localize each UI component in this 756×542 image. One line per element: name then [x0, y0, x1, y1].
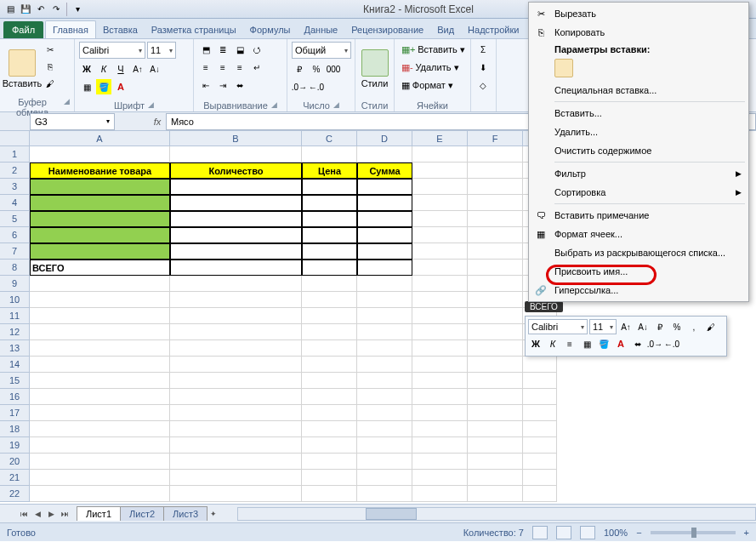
cell[interactable]	[30, 357, 170, 373]
column-header[interactable]: B	[170, 131, 302, 146]
percent-button[interactable]: %	[309, 61, 324, 77]
ctx-copy[interactable]: ⎘Копировать	[531, 23, 747, 42]
zoom-out-button[interactable]: −	[636, 528, 641, 538]
cell[interactable]	[170, 454, 302, 470]
decrease-indent-button[interactable]: ⇤	[198, 77, 213, 93]
cell[interactable]	[302, 421, 357, 437]
cell[interactable]	[30, 389, 170, 405]
italic-button[interactable]: К	[96, 61, 111, 77]
cell[interactable]	[30, 470, 170, 486]
border-button[interactable]: ▦	[79, 79, 94, 94]
cell[interactable]	[357, 243, 412, 260]
cell[interactable]	[170, 373, 302, 389]
increase-decimal-button[interactable]: .0→	[292, 79, 307, 94]
row-header[interactable]: 6	[0, 227, 30, 243]
mini-font-combo[interactable]: Calibri▾	[528, 319, 588, 334]
align-left-button[interactable]: ≡	[198, 60, 213, 75]
cell[interactable]	[302, 340, 357, 357]
comma-button[interactable]: 000	[326, 61, 341, 77]
cell[interactable]: Цена	[302, 163, 357, 179]
tab-home[interactable]: Главная	[45, 20, 96, 38]
autosum-button[interactable]: Σ	[475, 42, 491, 57]
cut-button[interactable]: ✂	[43, 42, 58, 57]
tab-view[interactable]: Вид	[430, 21, 461, 38]
mini-fill-color[interactable]: 🪣	[596, 336, 611, 351]
font-dialog-icon[interactable]: ◢	[148, 100, 154, 111]
ctx-hyperlink[interactable]: 🔗Гиперссылка...	[531, 281, 747, 300]
fill-color-button[interactable]: 🪣	[96, 79, 111, 94]
cell[interactable]	[357, 179, 412, 195]
ctx-delete[interactable]: Удалить...	[531, 123, 747, 141]
cell[interactable]	[357, 146, 412, 163]
ctx-paste-special[interactable]: Специальная вставка...	[531, 81, 747, 100]
cell[interactable]	[30, 179, 170, 195]
mini-format-painter[interactable]: 🖌	[703, 319, 719, 334]
cell[interactable]	[170, 340, 302, 357]
cell[interactable]	[412, 470, 468, 486]
ctx-pick-from-list[interactable]: Выбрать из раскрывающегося списка...	[531, 243, 747, 262]
cell[interactable]: ВСЕГО	[30, 260, 170, 276]
cell[interactable]	[302, 276, 357, 292]
ctx-format-cells[interactable]: ▦Формат ячеек...	[531, 225, 747, 243]
cell[interactable]	[468, 340, 523, 357]
row-header[interactable]: 21	[0, 470, 30, 486]
cell[interactable]	[468, 260, 523, 276]
cell[interactable]	[357, 195, 412, 211]
cell[interactable]	[302, 146, 357, 163]
cell[interactable]	[302, 389, 357, 405]
cell[interactable]	[30, 486, 170, 502]
cell[interactable]	[468, 308, 523, 324]
cell[interactable]	[468, 163, 523, 179]
cell[interactable]	[468, 243, 523, 260]
cell[interactable]	[357, 437, 412, 454]
delete-cells-button[interactable]: ▦- Удалить ▾	[399, 60, 469, 75]
ctx-insert[interactable]: Вставить...	[531, 104, 747, 123]
cell[interactable]	[357, 260, 412, 276]
cell[interactable]	[357, 373, 412, 389]
cell[interactable]	[468, 454, 523, 470]
cell[interactable]	[357, 470, 412, 486]
cell[interactable]	[170, 260, 302, 276]
column-header[interactable]: F	[468, 131, 523, 146]
align-top-button[interactable]: ⬒	[198, 42, 213, 57]
cell[interactable]	[523, 421, 557, 437]
mini-dec-decimal[interactable]: ←.0	[664, 336, 679, 351]
row-header[interactable]: 16	[0, 389, 30, 405]
row-header[interactable]: 11	[0, 308, 30, 324]
cell[interactable]	[170, 179, 302, 195]
cell[interactable]	[170, 486, 302, 502]
tab-data[interactable]: Данные	[297, 21, 344, 38]
cell[interactable]	[412, 292, 468, 308]
cell[interactable]: Наименование товара	[30, 163, 170, 179]
qat-customize-icon[interactable]: ▾	[71, 3, 84, 16]
cell[interactable]	[412, 243, 468, 260]
cell[interactable]: Количество	[170, 163, 302, 179]
cell[interactable]	[357, 340, 412, 357]
cell[interactable]	[468, 389, 523, 405]
cell[interactable]	[302, 373, 357, 389]
increase-indent-button[interactable]: ⇥	[215, 77, 230, 93]
cell[interactable]	[412, 260, 468, 276]
cell[interactable]	[468, 357, 523, 373]
merge-button[interactable]: ⬌	[232, 77, 247, 93]
cell[interactable]	[468, 405, 523, 421]
cell[interactable]	[302, 437, 357, 454]
cell[interactable]	[302, 243, 357, 260]
cell[interactable]	[412, 211, 468, 227]
fill-button[interactable]: ⬇	[475, 60, 491, 75]
cell[interactable]	[412, 454, 468, 470]
cell[interactable]	[302, 405, 357, 421]
paste-button[interactable]: Вставить	[4, 42, 40, 96]
cell[interactable]	[170, 470, 302, 486]
cell[interactable]	[523, 454, 557, 470]
row-header[interactable]: 15	[0, 373, 30, 389]
cell[interactable]	[357, 276, 412, 292]
cell[interactable]	[30, 243, 170, 260]
cell[interactable]	[30, 195, 170, 211]
cell[interactable]	[468, 146, 523, 163]
cell[interactable]	[30, 373, 170, 389]
column-header[interactable]: C	[302, 131, 357, 146]
cell[interactable]	[30, 324, 170, 340]
cell[interactable]	[170, 324, 302, 340]
cell[interactable]	[302, 260, 357, 276]
